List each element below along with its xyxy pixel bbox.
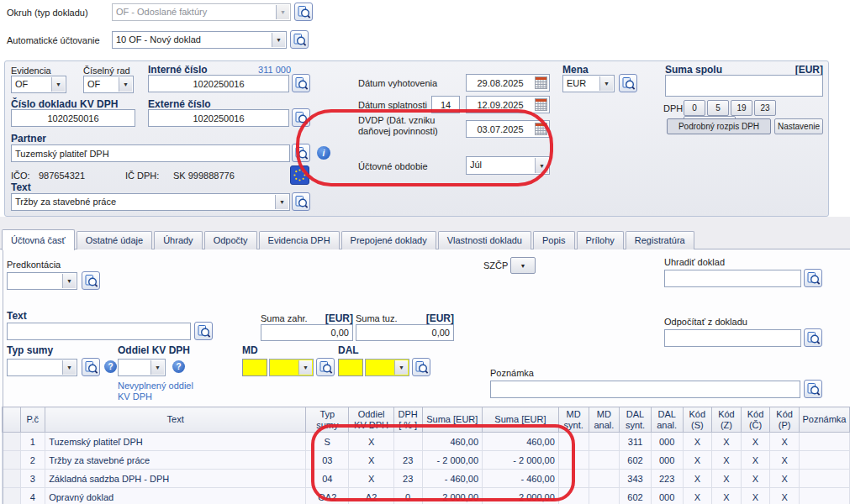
odpocitat-input[interactable]: [664, 329, 801, 347]
evidencia-combobox[interactable]: OF▼: [11, 76, 66, 93]
table-cell[interactable]: X: [741, 451, 770, 470]
dph-rate-23-button[interactable]: 23: [754, 100, 776, 116]
table-cell[interactable]: [799, 470, 849, 488]
table-cell[interactable]: 23: [393, 451, 422, 470]
externe-cislo-input[interactable]: 1020250016: [148, 109, 289, 127]
auto-uctovanie-combobox[interactable]: 10 OF - Nový doklad▼: [112, 31, 287, 49]
datum-splatnosti-input[interactable]: 12.09.2025: [466, 96, 550, 113]
interne-cislo-input[interactable]: 1020250016: [148, 75, 289, 92]
table-cell[interactable]: - 2 000,00: [422, 451, 483, 470]
table-cell[interactable]: 04: [306, 470, 349, 488]
table-cell[interactable]: X: [683, 488, 712, 504]
table-cell[interactable]: [799, 433, 849, 451]
suma-spolu-input[interactable]: [665, 75, 823, 97]
dropdown-arrow-icon[interactable]: ▼: [394, 360, 408, 375]
dropdown-arrow-icon[interactable]: ▼: [275, 195, 288, 209]
table-cell[interactable]: [3, 488, 21, 504]
table-cell[interactable]: [558, 488, 589, 504]
podrobny-rozpis-dph-button[interactable]: Podrobný rozpis DPH: [667, 118, 771, 134]
auto-uctovanie-lookup-button[interactable]: [290, 30, 309, 49]
table-cell[interactable]: X: [741, 488, 770, 504]
table-cell[interactable]: 2: [20, 451, 45, 470]
table-cell[interactable]: [799, 451, 849, 470]
table-cell[interactable]: [589, 488, 620, 504]
odpocitat-lookup-button[interactable]: [804, 328, 822, 347]
table-cell[interactable]: X: [349, 470, 393, 488]
datum-vyhotovenia-input[interactable]: 29.08.2025: [466, 74, 550, 92]
table-cell[interactable]: X: [741, 433, 770, 451]
tab-prepojen-doklady[interactable]: Prepojené doklady: [341, 231, 436, 249]
table-row[interactable]: 1Tuzemský platiteľ DPHSX460,00460,003110…: [3, 433, 850, 451]
typ-sumy-combobox[interactable]: ▼: [7, 359, 77, 376]
table-cell[interactable]: 0: [393, 488, 422, 504]
uctovne-obdobie-combobox[interactable]: Júl▼: [466, 156, 550, 175]
table-cell[interactable]: [558, 433, 589, 451]
table-cell[interactable]: 2 000,00: [483, 488, 559, 504]
table-cell[interactable]: 602: [620, 488, 652, 504]
text-lookup-button[interactable]: [292, 192, 310, 211]
table-cell[interactable]: X: [683, 433, 712, 451]
table-cell[interactable]: X: [712, 470, 742, 488]
text-combobox[interactable]: Tržby za stavebné práce▼: [11, 193, 290, 211]
table-cell[interactable]: [3, 470, 21, 488]
calendar-icon[interactable]: [535, 76, 547, 91]
dropdown-arrow-icon[interactable]: ▼: [150, 360, 164, 375]
suma-zahr-input[interactable]: 0,00: [261, 324, 353, 341]
table-cell[interactable]: - 460,00: [483, 470, 559, 488]
table-cell[interactable]: 343: [620, 470, 652, 488]
dal-anal-combobox[interactable]: ▼: [365, 359, 409, 376]
mena-lookup-button[interactable]: [619, 74, 637, 92]
dropdown-arrow-icon[interactable]: ▼: [272, 33, 285, 47]
cislo-kv-dph-input[interactable]: 1020250016: [11, 109, 135, 127]
table-cell[interactable]: X: [683, 451, 712, 470]
column-header[interactable]: DAL anal.: [651, 407, 683, 433]
table-cell[interactable]: X: [683, 470, 712, 488]
table-cell[interactable]: X: [712, 433, 742, 451]
suma-tuz-input[interactable]: 0,00: [356, 324, 454, 341]
dropdown-arrow-icon[interactable]: ▼: [298, 360, 312, 375]
column-header[interactable]: Kód (S): [683, 407, 712, 433]
table-cell[interactable]: S: [306, 433, 349, 451]
table-row[interactable]: 3Základná sadzba DPH - DPH04X23- 460,00-…: [3, 470, 850, 488]
tab--tovn-as-[interactable]: Účtovná časť: [2, 229, 75, 250]
ciselny-rad-combobox[interactable]: OF▼: [83, 76, 134, 93]
table-cell[interactable]: X: [741, 470, 770, 488]
tab-pr-lohy[interactable]: Prílohy: [577, 231, 624, 249]
dph-rate-5-button[interactable]: 5: [707, 100, 729, 116]
dropdown-arrow-icon[interactable]: ▼: [62, 274, 76, 288]
dropdown-arrow-icon[interactable]: ▼: [51, 77, 65, 92]
text2-input[interactable]: [7, 323, 191, 340]
table-cell[interactable]: 000: [651, 451, 683, 470]
column-header[interactable]: DPH [ % ]: [393, 407, 422, 433]
table-cell[interactable]: 223: [651, 470, 683, 488]
table-cell[interactable]: [799, 488, 849, 504]
predkontacia-lookup-button[interactable]: [82, 271, 100, 290]
table-cell[interactable]: [589, 451, 620, 470]
text2-lookup-button[interactable]: [194, 322, 213, 340]
column-header[interactable]: Typ sumy: [306, 407, 349, 433]
column-header[interactable]: P.č: [20, 407, 45, 433]
poznamka-lookup-button[interactable]: [804, 380, 822, 398]
column-header[interactable]: Kód (Č): [741, 407, 770, 433]
table-cell[interactable]: X: [770, 470, 800, 488]
dvdp-input[interactable]: 03.07.2025: [466, 120, 550, 138]
column-header[interactable]: DAL synt.: [620, 407, 652, 433]
md-synt-input[interactable]: [242, 359, 267, 376]
nastavenie-button[interactable]: Nastavenie: [774, 118, 823, 134]
dropdown-arrow-icon[interactable]: ▼: [599, 76, 613, 91]
table-cell[interactable]: - 2 000,00: [483, 451, 559, 470]
tab-popis[interactable]: Popis: [533, 231, 575, 249]
dph-rate-0-button[interactable]: 0: [684, 100, 705, 116]
md-anal-combobox[interactable]: ▼: [269, 359, 314, 376]
table-row[interactable]: 4Opravný dokladOA2A202 000,002 000,00602…: [3, 488, 850, 504]
uhradit-doklad-input[interactable]: [664, 270, 801, 287]
table-cell[interactable]: X: [712, 488, 742, 504]
column-header[interactable]: [3, 407, 21, 433]
dal-synt-input[interactable]: [338, 359, 363, 376]
column-header[interactable]: MD anal.: [589, 407, 620, 433]
predkontacia-combobox[interactable]: ▼: [7, 272, 77, 290]
table-cell[interactable]: Tuzemský platiteľ DPH: [45, 433, 306, 451]
table-cell[interactable]: 1: [20, 433, 45, 451]
dropdown-arrow-icon[interactable]: ▼: [119, 77, 132, 92]
tab-vlastnosti-dokladu[interactable]: Vlastnosti dokladu: [438, 231, 531, 249]
